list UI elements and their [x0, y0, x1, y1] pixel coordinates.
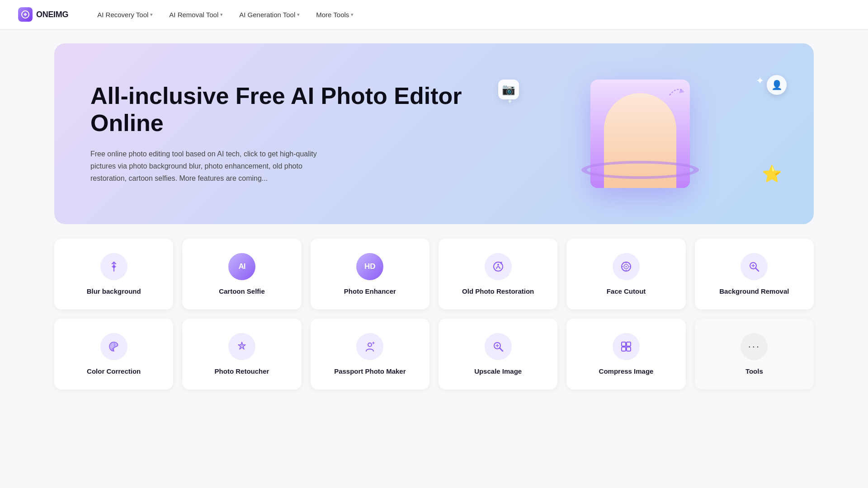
color-correction-icon: [100, 333, 127, 360]
tool-name-photo-retoucher: Photo Retoucher: [215, 367, 269, 375]
svg-rect-23: [622, 342, 626, 346]
svg-line-13: [756, 268, 759, 272]
photo-enhancer-icon: HD: [356, 253, 383, 280]
tools-grid: Blur background AI Cartoon Selfie HD Pho…: [54, 239, 814, 389]
chevron-down-icon: ▾: [297, 12, 300, 18]
person-icon: 👤: [767, 75, 787, 95]
nav-label-ai-generation: AI Generation Tool: [239, 11, 295, 19]
hero-ring-decoration: [581, 161, 699, 179]
tool-name-color-correction: Color Correction: [87, 367, 141, 375]
photo-retoucher-icon: [228, 333, 255, 360]
logo-icon: [18, 7, 33, 22]
star-icon: ⭐: [762, 164, 782, 183]
tool-name-face-cutout: Face Cutout: [607, 287, 646, 295]
tool-name-upscale-image: Upscale Image: [474, 367, 522, 375]
tool-name-background-removal: Background Removal: [719, 287, 789, 295]
camera-icon: 📷: [498, 80, 519, 99]
nav-label-ai-removal: AI Removal Tool: [169, 11, 218, 19]
svg-rect-24: [627, 342, 631, 346]
face-cutout-icon: [613, 253, 640, 280]
tool-card-old-photo-restoration[interactable]: Old Photo Restoration: [439, 239, 557, 310]
sparkle-icon-1: ✦: [756, 75, 764, 87]
svg-line-20: [500, 348, 503, 352]
upscale-image-icon: [485, 333, 512, 360]
nav-item-ai-removal[interactable]: AI Removal Tool ▾: [162, 7, 230, 22]
hero-title: All-inclusive Free AI Photo Editor Onlin…: [90, 83, 468, 137]
old-photo-restoration-icon: [485, 253, 512, 280]
svg-rect-25: [622, 347, 626, 351]
tool-card-upscale-image[interactable]: Upscale Image: [439, 319, 557, 389]
tool-card-color-correction[interactable]: Color Correction: [54, 319, 173, 389]
tool-card-face-cutout[interactable]: Face Cutout: [566, 239, 685, 310]
tool-name-photo-enhancer: Photo Enhancer: [344, 287, 396, 295]
compress-image-icon: [613, 333, 640, 360]
tool-card-passport-photo[interactable]: Passport Photo Maker: [311, 319, 429, 389]
tool-name-cartoon-selfie: Cartoon Selfie: [219, 287, 265, 295]
navbar: ONEIMG AI Recovery Tool ▾ AI Removal Too…: [0, 0, 868, 29]
hero-banner: All-inclusive Free AI Photo Editor Onlin…: [54, 43, 814, 224]
logo[interactable]: ONEIMG: [18, 7, 68, 22]
tool-card-background-removal[interactable]: Background Removal: [695, 239, 814, 310]
tool-name-compress-image: Compress Image: [599, 367, 654, 375]
tool-name-tools: Tools: [745, 367, 763, 375]
svg-marker-1: [679, 89, 684, 93]
nav-label-more-tools: More Tools: [316, 11, 349, 19]
nav-label-ai-recovery: AI Recovery Tool: [97, 11, 148, 19]
tools-section: Blur background AI Cartoon Selfie HD Pho…: [0, 239, 868, 417]
svg-rect-26: [627, 347, 631, 351]
svg-point-2: [113, 265, 115, 268]
hero-description: Free online photo editing tool based on …: [90, 148, 326, 185]
sparkle-icon-2: ✦: [507, 98, 513, 105]
nav-menu: AI Recovery Tool ▾ AI Removal Tool ▾ AI …: [90, 7, 361, 22]
logo-text: ONEIMG: [36, 10, 68, 19]
cartoon-selfie-icon: AI: [228, 253, 255, 280]
svg-point-7: [625, 266, 627, 267]
tool-card-photo-enhancer[interactable]: HD Photo Enhancer: [311, 239, 429, 310]
tool-card-photo-retoucher[interactable]: Photo Retoucher: [182, 319, 301, 389]
tool-name-blur-background: Blur background: [87, 287, 141, 295]
background-removal-icon: [741, 253, 768, 280]
hero-visual: 📷 ✦ ✦ ⭐ 👤: [503, 70, 778, 197]
tool-card-compress-image[interactable]: Compress Image: [566, 319, 685, 389]
tool-name-old-photo-restoration: Old Photo Restoration: [462, 287, 534, 295]
chevron-down-icon: ▾: [351, 12, 354, 18]
tools-icon: ···: [741, 333, 768, 360]
nav-item-ai-generation[interactable]: AI Generation Tool ▾: [232, 7, 307, 22]
chevron-down-icon: ▾: [220, 12, 223, 18]
blur-background-icon: [100, 253, 127, 280]
tool-card-tools[interactable]: ··· Tools: [695, 319, 814, 389]
dots-icon: ···: [748, 341, 760, 352]
passport-photo-icon: [356, 333, 383, 360]
svg-point-4: [497, 264, 499, 266]
tool-card-blur-background[interactable]: Blur background: [54, 239, 173, 310]
tool-card-cartoon-selfie[interactable]: AI Cartoon Selfie: [182, 239, 301, 310]
hero-text-block: All-inclusive Free AI Photo Editor Onlin…: [90, 83, 468, 184]
nav-item-ai-recovery[interactable]: AI Recovery Tool ▾: [90, 7, 160, 22]
chevron-down-icon: ▾: [150, 12, 153, 18]
nav-item-more-tools[interactable]: More Tools ▾: [309, 7, 361, 22]
tool-name-passport-photo: Passport Photo Maker: [334, 367, 406, 375]
svg-point-16: [368, 343, 372, 347]
